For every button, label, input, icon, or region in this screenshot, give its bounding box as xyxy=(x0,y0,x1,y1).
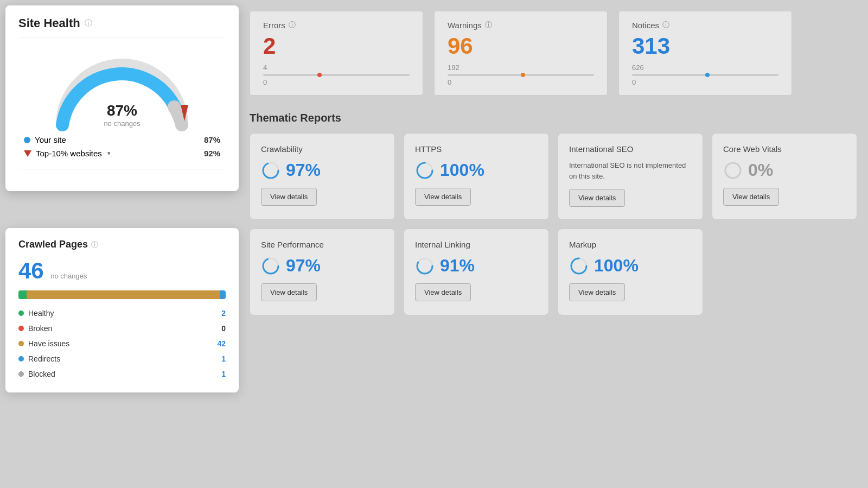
https-score: 100% xyxy=(415,160,538,180)
broken-legend-left: Broken xyxy=(18,324,52,333)
crawled-pages-label: Crawled Pages xyxy=(18,239,88,250)
issues-legend-row[interactable]: Have issues 42 xyxy=(18,336,226,351)
international-seo-card: International SEO International SEO is n… xyxy=(558,133,703,220)
notices-max: 626 xyxy=(632,64,778,72)
errors-label: Errors xyxy=(263,21,285,30)
thematic-grid-row2: Site Performance 97% View details Intern… xyxy=(250,229,857,315)
redirects-count: 1 xyxy=(221,354,226,363)
gauge-text: 87% no changes xyxy=(104,102,140,128)
top-stats-row: Errors ⓘ 2 4 0 Warnings ⓘ 96 192 0 xyxy=(250,11,857,96)
healthy-label: Healthy xyxy=(28,309,54,318)
redirects-legend-left: Redirects xyxy=(18,354,60,363)
redirects-dot xyxy=(18,356,24,362)
crawlability-card: Crawlability 97% View details xyxy=(250,133,395,220)
site-health-title: Site Health xyxy=(18,16,80,30)
crawlability-circle-icon xyxy=(261,161,280,180)
https-view-details-button[interactable]: View details xyxy=(415,188,471,206)
https-percent: 100% xyxy=(440,160,484,180)
site-performance-card: Site Performance 97% View details xyxy=(250,229,395,315)
notices-title: Notices ⓘ xyxy=(632,20,778,30)
redirects-legend-row[interactable]: Redirects 1 xyxy=(18,351,226,366)
gauge-container: 87% no changes Your site 87% Top-10% we xyxy=(18,46,226,169)
blocked-dot xyxy=(18,371,24,377)
crawled-pages-title: Crawled Pages ⓘ xyxy=(18,239,226,250)
markup-card: Markup 100% View details xyxy=(558,229,703,315)
errors-info-icon[interactable]: ⓘ xyxy=(289,20,296,30)
blocked-count: 1 xyxy=(221,370,226,378)
markup-view-details-button[interactable]: View details xyxy=(569,283,625,301)
internal-linking-card: Internal Linking 91% View details xyxy=(404,229,549,315)
internal-linking-title: Internal Linking xyxy=(415,240,538,249)
site-health-header: Site Health ⓘ xyxy=(18,16,226,37)
thematic-grid-row1: Crawlability 97% View details HTTPS xyxy=(250,133,857,220)
broken-label: Broken xyxy=(28,324,52,333)
warnings-max: 192 xyxy=(448,64,594,72)
warnings-value: 96 xyxy=(448,33,594,59)
crawled-pages-info-icon[interactable]: ⓘ xyxy=(91,240,98,250)
core-web-vitals-score: 0% xyxy=(723,160,846,180)
healthy-bar-segment xyxy=(18,290,27,299)
notices-card: Notices ⓘ 313 626 0 xyxy=(618,11,792,96)
internal-linking-view-details-button[interactable]: View details xyxy=(415,283,471,301)
top-sites-label: Top-10% websites xyxy=(36,149,102,158)
international-seo-view-details-button[interactable]: View details xyxy=(569,189,625,207)
https-card: HTTPS 100% View details xyxy=(404,133,549,220)
healthy-legend-row[interactable]: Healthy 2 xyxy=(18,306,226,321)
crawlability-score: 97% xyxy=(261,160,384,180)
healthy-dot xyxy=(18,310,24,316)
broken-dot xyxy=(18,326,24,331)
notices-value: 313 xyxy=(632,33,778,59)
svg-point-4 xyxy=(725,163,741,178)
core-web-vitals-circle-icon xyxy=(723,161,743,180)
site-performance-circle-icon xyxy=(261,256,280,276)
site-health-info-icon[interactable]: ⓘ xyxy=(85,18,92,28)
markup-title: Markup xyxy=(569,240,692,249)
errors-bar xyxy=(263,74,410,76)
internal-linking-percent: 91% xyxy=(440,256,475,276)
crawlability-percent: 97% xyxy=(286,160,321,180)
issues-bar-segment xyxy=(27,290,219,299)
notices-label: Notices xyxy=(632,21,659,30)
broken-count: 0 xyxy=(221,324,226,333)
gauge-wrapper: 87% no changes xyxy=(46,46,198,133)
core-web-vitals-percent: 0% xyxy=(748,160,773,180)
blocked-label: Blocked xyxy=(28,370,55,378)
site-performance-view-details-button[interactable]: View details xyxy=(261,283,317,301)
top-sites-value: 92% xyxy=(204,149,220,158)
core-web-vitals-view-details-button[interactable]: View details xyxy=(723,188,779,206)
your-site-label: Your site xyxy=(35,135,66,144)
warnings-bar xyxy=(448,74,594,76)
crawled-pages-card: Crawled Pages ⓘ 46 no changes Healthy 2 xyxy=(5,228,239,392)
warnings-info-icon[interactable]: ⓘ xyxy=(485,20,492,30)
warnings-label: Warnings xyxy=(448,21,482,30)
site-performance-score: 97% xyxy=(261,256,384,276)
markup-score: 100% xyxy=(569,256,692,276)
errors-card: Errors ⓘ 2 4 0 xyxy=(250,11,423,96)
healthy-count: 2 xyxy=(221,309,226,318)
notices-info-icon[interactable]: ⓘ xyxy=(662,20,669,30)
broken-legend-row[interactable]: Broken 0 xyxy=(18,321,226,336)
your-site-legend-left: Your site xyxy=(24,135,66,144)
https-circle-icon xyxy=(415,161,435,180)
crawled-count: 46 xyxy=(18,258,44,283)
notices-dot xyxy=(705,73,710,77)
your-site-legend-row: Your site 87% xyxy=(24,133,220,147)
international-seo-title: International SEO xyxy=(569,144,692,154)
internal-linking-score: 91% xyxy=(415,256,538,276)
errors-dot xyxy=(317,73,322,77)
redirects-label: Redirects xyxy=(28,354,60,363)
chevron-down-icon: ▾ xyxy=(107,150,111,157)
errors-min: 0 xyxy=(263,78,410,86)
thematic-section: Thematic Reports Crawlability 97% View d… xyxy=(250,112,857,315)
errors-title: Errors ⓘ xyxy=(263,20,410,30)
notices-min: 0 xyxy=(632,78,778,86)
blocked-legend-left: Blocked xyxy=(18,370,55,378)
top-sites-triangle-icon xyxy=(24,150,31,157)
crawlability-view-details-button[interactable]: View details xyxy=(261,188,317,206)
crawled-no-changes: no changes xyxy=(50,272,87,280)
top-sites-legend-row[interactable]: Top-10% websites ▾ 92% xyxy=(24,147,220,160)
blocked-legend-row[interactable]: Blocked 1 xyxy=(18,366,226,382)
top-sites-legend-left: Top-10% websites ▾ xyxy=(24,149,111,158)
page-legend: Healthy 2 Broken 0 Have issues 42 xyxy=(18,306,226,382)
core-web-vitals-title: Core Web Vitals xyxy=(723,144,846,154)
